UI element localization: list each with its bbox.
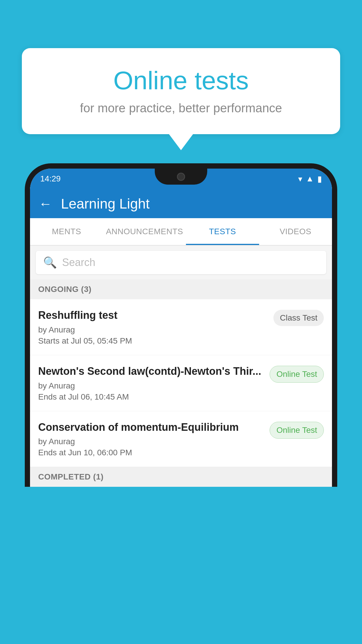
app-bar: ← Learning Light bbox=[30, 189, 332, 218]
test-item-conservation[interactable]: Conservation of momentum-Equilibrium by … bbox=[30, 411, 332, 467]
test-badge-1: Class Test bbox=[273, 310, 324, 326]
tabs-bar: MENTS ANNOUNCEMENTS TESTS VIDEOS bbox=[30, 218, 332, 246]
test-badge-2: Online Test bbox=[270, 366, 324, 383]
test-item-newton[interactable]: Newton's Second law(contd)-Newton's Thir… bbox=[30, 355, 332, 411]
test-list: Reshuffling test by Anurag Starts at Jul… bbox=[30, 299, 332, 467]
test-name-1: Reshuffling test bbox=[38, 309, 268, 322]
signal-icon: ▲ bbox=[306, 174, 314, 183]
tab-ments[interactable]: MENTS bbox=[30, 218, 103, 245]
battery-icon: ▮ bbox=[317, 174, 322, 184]
phone-screen: 14:29 ▾ ▲ ▮ ← Learning Light MENTS bbox=[30, 169, 332, 487]
tab-videos[interactable]: VIDEOS bbox=[259, 218, 332, 245]
completed-section-header: COMPLETED (1) bbox=[30, 467, 332, 487]
speech-bubble: Online tests for more practice, better p… bbox=[22, 48, 340, 134]
search-icon: 🔍 bbox=[43, 256, 57, 269]
camera-dot bbox=[177, 173, 185, 181]
search-placeholder: Search bbox=[62, 256, 95, 269]
test-badge-3: Online Test bbox=[270, 422, 324, 439]
test-date-3: Ends at Jun 10, 06:00 PM bbox=[38, 448, 264, 457]
tab-tests[interactable]: TESTS bbox=[186, 218, 259, 245]
test-date-2: Ends at Jul 06, 10:45 AM bbox=[38, 392, 264, 402]
status-time: 14:29 bbox=[40, 174, 61, 183]
ongoing-section-header: ONGOING (3) bbox=[30, 279, 332, 299]
status-icons: ▾ ▲ ▮ bbox=[298, 174, 322, 184]
test-info-2: Newton's Second law(contd)-Newton's Thir… bbox=[38, 365, 264, 402]
test-name-3: Conservation of momentum-Equilibrium bbox=[38, 421, 264, 434]
test-name-2: Newton's Second law(contd)-Newton's Thir… bbox=[38, 365, 264, 378]
wifi-icon: ▾ bbox=[298, 174, 302, 184]
notch bbox=[155, 169, 207, 185]
search-input[interactable]: 🔍 Search bbox=[36, 251, 326, 274]
test-by-2: by Anurag bbox=[38, 381, 264, 391]
phone-container: 14:29 ▾ ▲ ▮ ← Learning Light MENTS bbox=[25, 163, 337, 644]
back-button[interactable]: ← bbox=[39, 196, 52, 211]
status-bar: 14:29 ▾ ▲ ▮ bbox=[30, 169, 332, 189]
bubble-subtitle: for more practice, better performance bbox=[45, 101, 317, 115]
test-info-1: Reshuffling test by Anurag Starts at Jul… bbox=[38, 309, 268, 346]
test-by-1: by Anurag bbox=[38, 325, 268, 335]
phone-outer: 14:29 ▾ ▲ ▮ ← Learning Light MENTS bbox=[25, 163, 337, 487]
search-container: 🔍 Search bbox=[30, 246, 332, 279]
test-by-3: by Anurag bbox=[38, 437, 264, 446]
app-bar-title: Learning Light bbox=[61, 196, 150, 212]
test-item-reshuffling[interactable]: Reshuffling test by Anurag Starts at Jul… bbox=[30, 299, 332, 355]
bubble-title: Online tests bbox=[45, 66, 317, 95]
tab-announcements[interactable]: ANNOUNCEMENTS bbox=[103, 218, 186, 245]
test-date-1: Starts at Jul 05, 05:45 PM bbox=[38, 336, 268, 346]
test-info-3: Conservation of momentum-Equilibrium by … bbox=[38, 421, 264, 458]
